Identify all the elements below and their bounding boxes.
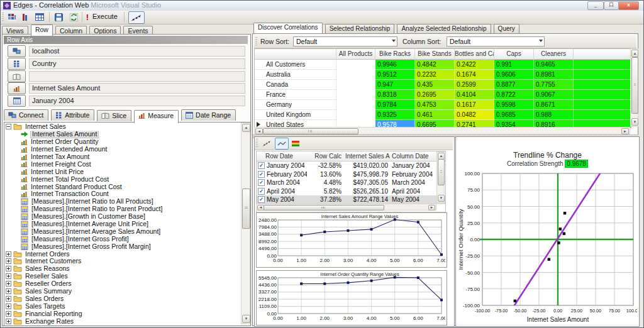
- row-checkbox[interactable]: ✓: [258, 162, 265, 169]
- tree-item[interactable]: [Measures].[Internet Average Unit Price]: [6, 221, 240, 228]
- correlation-cell[interactable]: 0.4842: [415, 60, 455, 70]
- tree-item[interactable]: Internet Tax Amount: [6, 153, 240, 161]
- tab-attribute[interactable]: Attribute: [51, 109, 94, 121]
- trendline-tool-icon[interactable]: [128, 11, 145, 24]
- correlation-cell[interactable]: 0.435: [415, 80, 455, 90]
- minimize-button[interactable]: _: [587, 1, 604, 10]
- correlation-column-header[interactable]: [255, 49, 336, 59]
- correlation-row-label[interactable]: Canada: [255, 80, 336, 90]
- correlation-cell[interactable]: 0.8981: [534, 70, 574, 80]
- correlation-cell[interactable]: [336, 100, 375, 110]
- column-sort-dropdown[interactable]: Default: [447, 36, 545, 46]
- slice-icon[interactable]: [8, 70, 26, 82]
- detail-row[interactable]: ✓January 2004-32.58%$419,020.00January 2…: [257, 161, 445, 170]
- correlation-cell[interactable]: 0.4104: [455, 90, 494, 100]
- tree-item[interactable]: Internet Total Product Cost: [6, 175, 240, 183]
- connect-icon[interactable]: [8, 45, 26, 57]
- correlation-cell[interactable]: 0.9946: [375, 60, 415, 70]
- tab-connect[interactable]: Connect: [4, 109, 48, 121]
- toolbar-grip[interactable]: [255, 37, 257, 46]
- correlation-row-label[interactable]: All Customers: [255, 60, 336, 70]
- table-view-icon[interactable]: [33, 11, 46, 23]
- tree-item[interactable]: [Measures].[Internet Ratio to All Produc…: [6, 198, 240, 205]
- tree-item[interactable]: Internet Sales: [6, 123, 240, 131]
- tree-item[interactable]: Internet Sales Amount: [6, 131, 240, 138]
- detail-row[interactable]: ✓May 200437.28%$722,478.14May 2004: [257, 195, 445, 204]
- correlation-cell-clipped[interactable]: [574, 70, 631, 80]
- bars-view-icon[interactable]: [20, 11, 30, 23]
- correlation-cell[interactable]: [336, 70, 375, 80]
- correlation-column-header[interactable]: Bike Racks: [375, 49, 415, 59]
- correlation-cell[interactable]: 0.7755: [534, 80, 574, 90]
- correlation-row-label[interactable]: Australia: [255, 70, 336, 80]
- stacked-view-icon[interactable]: [289, 138, 303, 150]
- correlation-cell[interactable]: 0.9512: [375, 70, 415, 80]
- tree-item[interactable]: Financial Reporting: [6, 310, 240, 317]
- detail-grid-vscrollbar[interactable]: ▲ ▼: [436, 151, 445, 203]
- tree-item[interactable]: Internet Customers: [6, 258, 240, 265]
- refresh-icon[interactable]: [67, 11, 80, 23]
- tree-item[interactable]: Sales Reasons: [6, 265, 240, 273]
- correlation-cell[interactable]: 0.461: [415, 110, 455, 120]
- tree-item[interactable]: Internet Extended Amount: [6, 146, 240, 153]
- correlation-cell-clipped[interactable]: [574, 90, 631, 100]
- tab-analyze-selected-relationship[interactable]: Analyze Selected Relationship: [397, 24, 491, 33]
- correlation-column-header[interactable]: Cleaners: [534, 49, 574, 59]
- tree-item[interactable]: Sales Summary: [6, 288, 240, 295]
- correlation-cell[interactable]: 0.8877: [494, 80, 534, 90]
- server-field[interactable]: localhost: [29, 46, 245, 57]
- tree-item[interactable]: Reseller Sales: [6, 273, 240, 280]
- correlation-web-icon[interactable]: [6, 11, 18, 23]
- close-button[interactable]: x: [618, 1, 639, 10]
- row-checkbox[interactable]: ✓: [258, 179, 265, 186]
- correlation-cell[interactable]: [336, 90, 375, 100]
- daterange-field[interactable]: January 2004: [29, 96, 245, 106]
- correlation-cell[interactable]: 0.988: [534, 110, 574, 120]
- correlation-column-header[interactable]: All Products: [336, 49, 375, 59]
- tree-item[interactable]: Internet Standard Product Cost: [6, 183, 240, 190]
- tree-scrollbar[interactable]: ▲ ▼: [241, 123, 250, 324]
- correlation-cell[interactable]: [336, 60, 375, 70]
- tree-item[interactable]: Sales Orders: [6, 295, 240, 302]
- title-bar[interactable]: Edges - Correlation Web Microsoft Visual…: [1, 1, 644, 11]
- tree-item[interactable]: [Measures].[Internet Gross Profit Margin…: [6, 243, 240, 250]
- correlation-cell[interactable]: [336, 80, 375, 90]
- correlation-cell[interactable]: 0.1674: [455, 70, 494, 80]
- correlation-cell[interactable]: 0.8318: [375, 90, 415, 100]
- correlation-cell[interactable]: 0.9067: [534, 90, 574, 100]
- attribute-field[interactable]: Country: [29, 58, 245, 69]
- correlation-column-header[interactable]: Caps: [494, 49, 534, 59]
- tree-item[interactable]: [Measures].[Growth in Customer Base]: [6, 213, 240, 221]
- row-sort-dropdown[interactable]: Default: [293, 36, 397, 46]
- correlation-cell[interactable]: 0.9465: [534, 60, 574, 70]
- tab-daterange[interactable]: Date Range: [181, 109, 236, 121]
- line-view-icon[interactable]: [275, 138, 289, 150]
- detail-row[interactable]: ✓March 20044.48%$497,305.05March 2004: [257, 178, 445, 187]
- correlation-cell[interactable]: 0.2232: [415, 70, 455, 80]
- correlation-column-header[interactable]: Bottles and Cages: [455, 49, 494, 59]
- correlation-column-header[interactable]: [574, 49, 631, 59]
- correlation-row-label[interactable]: France: [255, 90, 336, 100]
- daterange-icon[interactable]: [8, 95, 26, 107]
- tree-item[interactable]: [Measures].[Internet Gross Profit]: [6, 235, 240, 243]
- correlation-cell[interactable]: 0.1617: [455, 100, 494, 110]
- correlation-cell[interactable]: 0.9598: [494, 100, 534, 110]
- tree-item[interactable]: Internet Freight Cost: [6, 160, 240, 168]
- tree-item[interactable]: Internet Transaction Count: [6, 190, 240, 198]
- correlation-cell[interactable]: 0.9784: [375, 100, 415, 110]
- detail-grid-hscrollbar[interactable]: ◄ ►: [256, 204, 436, 210]
- correlation-row-label[interactable]: Germany: [255, 100, 336, 110]
- scatter-view-icon[interactable]: [260, 138, 274, 150]
- correlation-cell[interactable]: 0.2695: [415, 90, 455, 100]
- row-checkbox[interactable]: ✓: [258, 188, 265, 195]
- tab-selected-relationship[interactable]: Selected Relationship: [325, 24, 395, 33]
- correlation-cell[interactable]: 0.9606: [494, 70, 534, 80]
- attribute-icon[interactable]: [8, 58, 26, 70]
- tree-item[interactable]: Sales Targets: [6, 302, 240, 310]
- correlation-cell[interactable]: 0.4753: [415, 100, 455, 110]
- detail-row[interactable]: ✓April 20045.82%$526,265.10April 2004: [257, 187, 445, 196]
- correlation-cell[interactable]: 0.2422: [455, 60, 494, 70]
- toolbar-grip[interactable]: [2, 13, 4, 22]
- toolbar-grip[interactable]: [256, 139, 258, 147]
- detail-row[interactable]: ✓February 200413.60%$475,998.79February …: [257, 170, 445, 179]
